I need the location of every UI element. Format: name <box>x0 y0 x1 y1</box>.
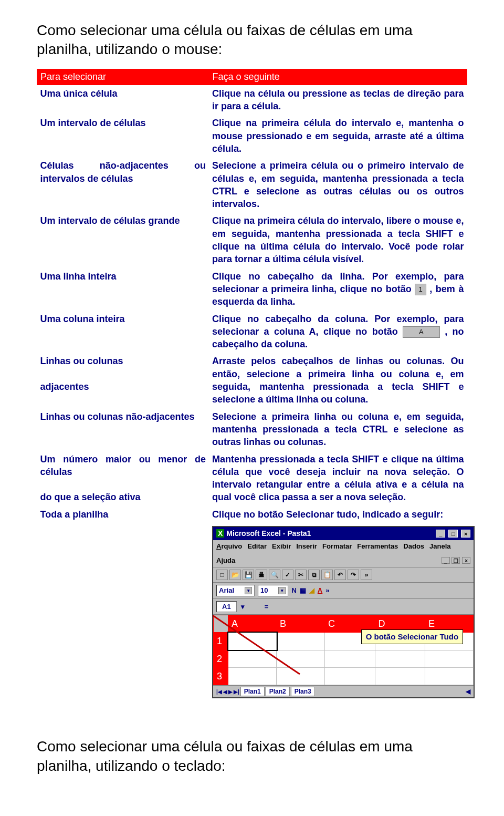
table-header-right: Faça o seguinte <box>209 69 467 85</box>
excel-format-bar: Arial ▾ 10 ▾ N ▦ ◢ A » <box>213 583 474 599</box>
doc-minimize-icon[interactable]: _ <box>442 557 450 564</box>
excel-titlebar: X Microsoft Excel - Pasta1 _ □ × <box>213 527 474 540</box>
excel-screenshot: X Microsoft Excel - Pasta1 _ □ × AArquiv… <box>212 526 475 698</box>
row-select: Uma linha inteira <box>37 268 209 311</box>
menu-item[interactable]: Dados <box>403 542 424 551</box>
row-select: Um número maior ou menor de células do q… <box>37 451 209 506</box>
cell[interactable] <box>324 650 375 667</box>
row-select: Toda a planilha <box>37 506 209 701</box>
dropdown-icon[interactable]: ▾ <box>241 602 245 612</box>
cell[interactable] <box>375 667 425 685</box>
table-row: Um intervalo de células Clique na primei… <box>37 115 467 157</box>
table-row: Células não-adjacentes ou intervalos de … <box>37 157 467 212</box>
cell[interactable] <box>228 667 277 685</box>
tab-nav-first-icon[interactable]: |◀ <box>216 688 222 696</box>
sheet-tab[interactable]: Plan3 <box>291 687 315 696</box>
row-action: Clique no botão Selecionar tudo, indicad… <box>209 506 467 701</box>
row-select: Linhas ou colunas adjacentes <box>37 353 209 408</box>
sheet-tab[interactable]: Plan1 <box>240 687 265 696</box>
row-header[interactable]: 1 <box>214 633 228 650</box>
excel-namebox-row: A1 ▾ = <box>213 599 474 615</box>
cell[interactable] <box>277 667 325 685</box>
maximize-icon[interactable]: □ <box>448 530 458 538</box>
sheet-tab[interactable]: Plan2 <box>266 687 290 696</box>
bold-icon[interactable]: N <box>291 586 296 595</box>
menu-item[interactable]: Janela <box>429 542 450 551</box>
new-icon[interactable]: □ <box>216 570 228 580</box>
open-icon[interactable]: 📂 <box>229 570 241 580</box>
tab-nav-last-icon[interactable]: ▶| <box>234 688 239 696</box>
dropdown-icon[interactable]: ▾ <box>278 587 286 594</box>
row-header-1-icon: 1 <box>415 284 426 295</box>
close-icon[interactable]: × <box>461 530 470 538</box>
save-icon[interactable]: 💾 <box>243 570 254 580</box>
doc-close-icon[interactable]: × <box>462 557 470 564</box>
undo-icon[interactable]: ↶ <box>334 570 346 580</box>
minimize-icon[interactable]: _ <box>436 530 445 538</box>
cell[interactable] <box>375 650 425 667</box>
font-color-icon[interactable]: A <box>318 586 322 595</box>
row-header[interactable]: 3 <box>214 667 228 685</box>
hscroll-left-icon[interactable]: ◀ <box>466 687 470 696</box>
cut-icon[interactable]: ✂ <box>295 570 307 580</box>
cell[interactable] <box>324 667 375 685</box>
more-icon[interactable]: » <box>361 570 372 580</box>
excel-grid: O botão Selecionar Tudo A B C D E <box>213 615 474 685</box>
namebox[interactable]: A1 <box>216 601 237 613</box>
font-name: Arial <box>219 586 234 595</box>
fill-icon[interactable]: ◢ <box>309 586 314 595</box>
page-heading: Como selecionar uma célula ou faixas de … <box>37 21 467 59</box>
borders-icon[interactable]: ▦ <box>300 586 306 595</box>
formula-equals-icon: = <box>265 602 269 612</box>
doc-restore-icon[interactable]: ❐ <box>452 557 460 564</box>
menu-item[interactable]: Ajuda <box>216 556 235 565</box>
tab-nav-next-icon[interactable]: ▶ <box>228 688 233 696</box>
menu-item[interactable]: Inserir <box>296 542 317 551</box>
excel-sheet-tabs: |◀ ◀ ▶ ▶| Plan1 Plan2 Plan3 ◀ <box>213 685 474 697</box>
table-row: Linhas ou colunas não-adjacentes Selecio… <box>37 408 467 451</box>
dropdown-icon[interactable]: ▾ <box>245 587 252 594</box>
more-icon[interactable]: » <box>326 586 329 595</box>
tab-nav-prev-icon[interactable]: ◀ <box>223 688 227 696</box>
redo-icon[interactable]: ↷ <box>348 570 359 580</box>
row-action-text: Clique no botão Selecionar tudo, indicad… <box>212 508 464 521</box>
paste-icon[interactable]: 📋 <box>321 570 333 580</box>
page-heading-2: Como selecionar uma célula ou faixas de … <box>37 737 467 776</box>
menu-item[interactable]: Exibir <box>272 542 291 551</box>
font-size-selector[interactable]: 10 ▾ <box>258 585 288 596</box>
cell[interactable] <box>277 650 325 667</box>
row-action: Arraste pelos cabeçalhos de linhas ou co… <box>209 353 467 408</box>
cell[interactable] <box>425 650 474 667</box>
callout-label: O botão Selecionar Tudo <box>361 629 463 644</box>
spell-icon[interactable]: ✓ <box>282 570 293 580</box>
menu-item[interactable]: AArquivorquivo <box>216 542 242 551</box>
row-header[interactable]: 2 <box>214 650 228 667</box>
row-action: Selecione a primeira linha ou coluna e, … <box>209 408 467 451</box>
row-select: Um intervalo de células <box>37 115 209 157</box>
col-header[interactable]: B <box>277 615 325 633</box>
cell[interactable] <box>425 667 474 685</box>
row-select: Uma coluna inteira <box>37 311 209 353</box>
row-select: Linhas ou colunas não-adjacentes <box>37 408 209 451</box>
table-row: Linhas ou colunas adjacentes Arraste pel… <box>37 353 467 408</box>
table-row: Toda a planilha Clique no botão Selecion… <box>37 506 467 701</box>
font-selector[interactable]: Arial ▾ <box>216 585 255 596</box>
cell[interactable] <box>277 633 325 650</box>
row-select: Um intervalo de células grande <box>37 212 209 267</box>
table-row: Um intervalo de células grande Clique na… <box>37 212 467 267</box>
menu-item[interactable]: Ferramentas <box>357 542 398 551</box>
menu-item[interactable]: Formatar <box>322 542 352 551</box>
window-controls: _ □ × <box>435 529 470 539</box>
preview-icon[interactable]: 🔍 <box>269 570 280 580</box>
copy-icon[interactable]: ⧉ <box>308 570 320 580</box>
table-row: Uma coluna inteira Clique no cabeçalho d… <box>37 311 467 353</box>
excel-toolbar: □ 📂 💾 🖶 🔍 ✓ ✂ ⧉ 📋 ↶ ↷ » <box>213 567 474 583</box>
print-icon[interactable]: 🖶 <box>256 570 267 580</box>
table-header-left: Para selecionar <box>37 69 209 85</box>
excel-title-text: Microsoft Excel - Pasta1 <box>226 529 311 538</box>
table-row: Um número maior ou menor de células do q… <box>37 451 467 506</box>
excel-menubar: AArquivorquivo Editar Exibir Inserir For… <box>213 540 474 567</box>
menu-item[interactable]: Editar <box>247 542 267 551</box>
row-action: Clique no cabeçalho da linha. Por exempl… <box>209 268 467 311</box>
row-action: Selecione a primeira célula ou o primeir… <box>209 157 467 212</box>
